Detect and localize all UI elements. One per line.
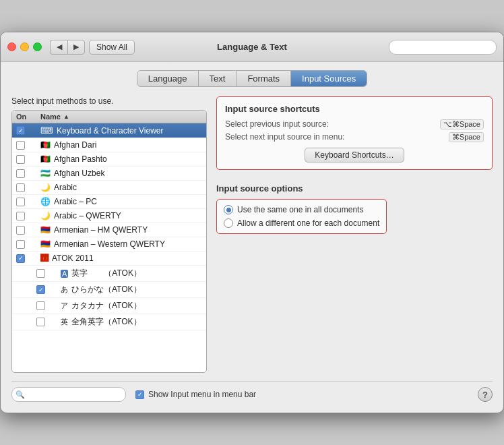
- item-name-1: Afghan Dari: [54, 140, 96, 150]
- tab-formats[interactable]: Formats: [237, 71, 291, 86]
- select-label: Select input methods to use.: [11, 96, 207, 106]
- list-header: On Name ▲: [12, 111, 206, 123]
- show-menu-checkbox[interactable]: [135, 390, 144, 399]
- bottom-search-icon: 🔍: [15, 390, 25, 399]
- item-flag-10: A: [61, 270, 68, 278]
- radio-different-button[interactable]: [224, 218, 233, 228]
- item-flag-8: 🇦🇲: [40, 239, 51, 249]
- list-item[interactable]: ⌨ Keyboard & Character Viewer: [12, 123, 206, 138]
- checkbox-2[interactable]: [16, 155, 25, 164]
- list-item[interactable]: 🇦🇲 Armenian – Western QWERTY: [12, 237, 206, 251]
- list-item[interactable]: 🌙 Arabic – QWERTY: [12, 209, 206, 223]
- list-item[interactable]: 英 全角英字（ATOK）: [12, 314, 206, 330]
- window-title: Language & Text: [217, 42, 287, 52]
- shortcut-next-key: ⌘Space: [449, 132, 484, 142]
- item-flag-11: あ: [61, 285, 68, 295]
- tab-text[interactable]: Text: [199, 71, 237, 86]
- shortcut-next-label: Select next input source in menu:: [225, 132, 344, 142]
- item-flag-13: 英: [61, 317, 68, 327]
- checkbox-3[interactable]: [16, 169, 25, 178]
- checkbox-7[interactable]: [16, 226, 25, 235]
- main-window: ◀ ▶ Show All Language & Text 🔍 Language …: [0, 32, 504, 413]
- sort-arrow-icon: ▲: [63, 113, 69, 120]
- show-menu-text: Show Input menu in menu bar: [148, 390, 256, 399]
- item-flag-12: ア: [61, 301, 68, 311]
- checkbox-5[interactable]: [16, 198, 25, 206]
- list-item[interactable]: 🌙 Arabic: [12, 181, 206, 195]
- item-name-11: ひらがな（ATOK）: [71, 284, 141, 295]
- shortcut-prev-row: Select previous input source: ⌥⌘Space: [225, 119, 484, 129]
- list-item[interactable]: ア カタカナ（ATOK）: [12, 298, 206, 314]
- item-name-6: Arabic – QWERTY: [54, 211, 121, 220]
- item-name-9: ATOK 2011: [52, 254, 94, 263]
- right-panel: Input source shortcuts Select previous i…: [216, 96, 493, 373]
- tabs-row: Language Text Formats Input Sources: [11, 70, 493, 87]
- checkbox-8[interactable]: [16, 240, 25, 249]
- close-button[interactable]: [7, 42, 16, 51]
- checkbox-10[interactable]: [36, 269, 45, 278]
- checkbox-12[interactable]: [36, 301, 45, 310]
- show-menu-label[interactable]: Show Input menu in menu bar: [135, 390, 256, 399]
- nav-back-button[interactable]: ◀: [50, 40, 67, 55]
- item-name-13: 全角英字（ATOK）: [71, 316, 141, 328]
- list-item[interactable]: 🇦🇫 Afghan Pashto: [12, 152, 206, 167]
- list-body[interactable]: ⌨ Keyboard & Character Viewer 🇦🇫 Afghan …: [12, 123, 206, 372]
- tab-input-sources[interactable]: Input Sources: [291, 71, 367, 86]
- list-item[interactable]: A 英字 （ATOK）: [12, 266, 206, 282]
- item-name-10: 英字 （ATOK）: [71, 268, 141, 279]
- tabs-container: Language Text Formats Input Sources: [137, 70, 368, 87]
- checkbox-11[interactable]: [36, 285, 45, 294]
- checkbox-13[interactable]: [36, 318, 45, 326]
- list-item[interactable]: 🌐 Arabic – PC: [12, 195, 206, 209]
- checkbox-1[interactable]: [16, 141, 25, 150]
- checkbox-6[interactable]: [16, 212, 25, 220]
- show-all-button[interactable]: Show All: [89, 40, 135, 55]
- checkbox-4[interactable]: [16, 183, 25, 192]
- maximize-button[interactable]: [33, 42, 42, 51]
- list-item[interactable]: 🇺🇿 Afghan Uzbek: [12, 167, 206, 181]
- left-panel: Select input methods to use. On Name ▲: [11, 96, 207, 373]
- list-item[interactable]: 🇦🇫 Afghan Dari: [12, 138, 206, 152]
- main-area: Select input methods to use. On Name ▲: [11, 96, 493, 373]
- item-flag-1: 🇦🇫: [40, 140, 51, 150]
- bottom-bar: 🔍 Show Input menu in menu bar ?: [11, 381, 493, 402]
- radio-same-row: Use the same one in all documents: [224, 205, 379, 214]
- tab-language[interactable]: Language: [137, 71, 199, 86]
- input-methods-list: On Name ▲ ⌨: [11, 110, 207, 373]
- radio-same-button[interactable]: [224, 205, 233, 214]
- minimize-button[interactable]: [20, 42, 29, 51]
- item-flag-2: 🇦🇫: [40, 154, 51, 164]
- content-area: Language Text Formats Input Sources Sele…: [1, 62, 503, 413]
- list-item[interactable]: あ ひらがな（ATOK）: [12, 282, 206, 298]
- bottom-search-input[interactable]: [11, 387, 126, 402]
- shortcut-prev-key: ⌥⌘Space: [440, 119, 484, 129]
- help-button[interactable]: ?: [478, 387, 493, 402]
- item-flag-5: 🌐: [40, 197, 51, 206]
- item-flag-3: 🇺🇿: [40, 169, 51, 178]
- item-name-7: Armenian – HM QWERTY: [54, 225, 148, 235]
- checkbox-9[interactable]: [16, 254, 25, 263]
- item-name-5: Arabic – PC: [54, 197, 97, 206]
- nav-forward-button[interactable]: ▶: [67, 40, 85, 55]
- radio-different-label: Allow a different one for each document: [237, 218, 379, 228]
- list-item[interactable]: 🇦🇲 Armenian – HM QWERTY: [12, 223, 206, 237]
- list-item[interactable]: 🅰 ATOK 2011: [12, 251, 206, 266]
- item-name-2: Afghan Pashto: [54, 154, 107, 164]
- shortcuts-box: Input source shortcuts Select previous i…: [216, 96, 493, 170]
- bottom-search-wrap: 🔍: [11, 387, 126, 402]
- item-name-3: Afghan Uzbek: [54, 169, 104, 178]
- item-flag-9: 🅰: [40, 254, 49, 263]
- item-flag-0: ⌨: [40, 125, 53, 136]
- traffic-lights: [7, 42, 42, 51]
- item-name-0: Keyboard & Character Viewer: [57, 126, 164, 136]
- options-border: Use the same one in all documents Allow …: [216, 199, 387, 234]
- col-on-header: On: [16, 113, 40, 121]
- checkbox-0[interactable]: [16, 126, 25, 135]
- titlebar: ◀ ▶ Show All Language & Text 🔍: [1, 32, 503, 62]
- search-wrap: 🔍: [389, 40, 497, 55]
- search-input[interactable]: [389, 40, 497, 55]
- item-name-12: カタカナ（ATOK）: [71, 300, 141, 312]
- item-name-4: Arabic: [54, 183, 77, 192]
- item-flag-7: 🇦🇲: [40, 225, 51, 235]
- keyboard-shortcuts-button[interactable]: Keyboard Shortcuts…: [305, 148, 404, 162]
